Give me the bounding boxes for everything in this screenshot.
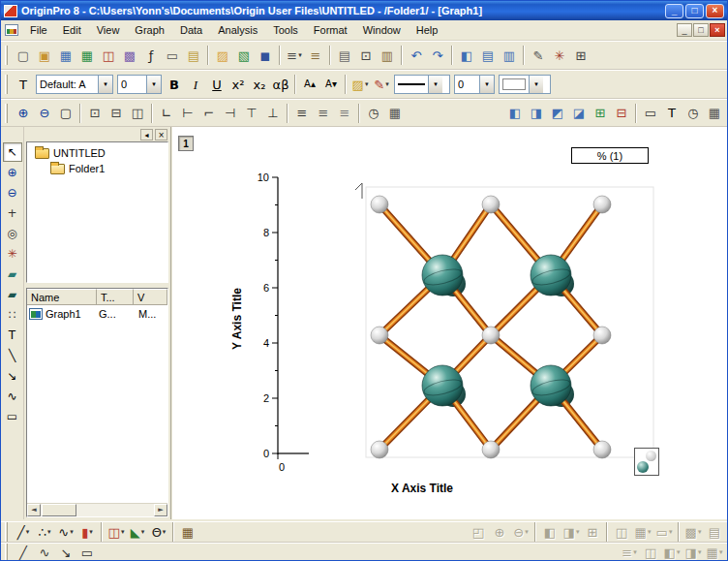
toolbar-grip[interactable] [5, 543, 8, 561]
font-size-dropdown[interactable]: ▾ [146, 76, 161, 93]
zoom-out-axes-button-dropdown[interactable]: ▾ [525, 528, 529, 536]
toolbar-grip[interactable] [5, 46, 8, 65]
align-objects-button[interactable]: ≡▾ [619, 543, 640, 561]
draw-data-tool[interactable]: ∷ [3, 305, 22, 325]
bold-button[interactable]: B [164, 75, 185, 95]
page-view-button[interactable]: ▤ [704, 522, 725, 543]
add-text-button[interactable]: T [661, 103, 682, 123]
new-legend-button[interactable]: ▭ [640, 103, 661, 123]
new-notes-button[interactable]: ▤ [183, 46, 204, 66]
fill-color-button[interactable]: ▨▾ [349, 75, 371, 95]
layer-1-badge[interactable]: 1 [178, 136, 194, 151]
new-function-button[interactable]: ƒ [140, 46, 162, 66]
decrease-font-button[interactable]: A▾ [320, 75, 342, 95]
merge-layers-button[interactable]: ⊞ [590, 103, 611, 123]
y-axis-title[interactable]: Y Axis Title [230, 288, 244, 350]
import-wizard-button[interactable]: ≡▾ [284, 46, 305, 66]
object-grid-button[interactable]: ▦▾ [704, 543, 725, 561]
italic-button[interactable]: I [185, 75, 206, 95]
show-frame-button[interactable]: ⊤ [241, 103, 262, 123]
scroll-left-button[interactable]: ◄ [27, 504, 41, 516]
show-top-axis-button[interactable]: ⌐ [198, 103, 220, 123]
whole-page-button[interactable]: ▢ [55, 103, 76, 123]
line-plot-button-dropdown[interactable]: ▾ [26, 528, 30, 536]
insert-object-button[interactable]: ▭▾ [653, 522, 675, 543]
line-width-combo[interactable]: 0 ▾ [454, 75, 495, 94]
column-name[interactable]: Name [27, 289, 97, 305]
line-tool[interactable]: ╲ [3, 346, 22, 365]
date-time-button[interactable]: ◷ [682, 103, 704, 123]
fill-pattern-combo[interactable]: ▾ [499, 75, 551, 94]
draw-arrow-button[interactable]: ↘ [55, 543, 76, 561]
child-close-button[interactable]: × [710, 23, 725, 37]
insert-object-button-dropdown[interactable]: ▾ [669, 528, 673, 536]
area-plot-button[interactable]: ◣▾ [127, 522, 148, 543]
polar-plot-button-dropdown[interactable]: ▾ [163, 528, 167, 536]
object-grid-button-dropdown[interactable]: ▾ [719, 548, 723, 556]
arrow-tool[interactable]: ↘ [3, 366, 22, 386]
scatter-plot-button[interactable]: ∴▾ [34, 522, 55, 543]
column-plot-button-dropdown[interactable]: ▾ [89, 528, 93, 536]
draw-rectangle-button[interactable]: ▭ [76, 543, 98, 561]
scrollbar-thumb[interactable] [42, 504, 76, 516]
minimize-button[interactable]: _ [665, 4, 683, 18]
toolbar-grip[interactable] [5, 104, 8, 123]
column-view[interactable]: V [134, 289, 167, 305]
tile-horizontal-button[interactable]: ⊟ [106, 103, 127, 123]
line-color-button-dropdown[interactable]: ▾ [385, 80, 389, 88]
add-right-y-layer-button[interactable]: ◨ [526, 103, 547, 123]
font-size-combo[interactable]: 0 ▾ [117, 75, 162, 94]
bring-front-button[interactable]: ◧▾ [661, 543, 682, 561]
maximize-button[interactable]: □ [685, 4, 704, 18]
zoom-out-axes-button[interactable]: ⊖▾ [510, 522, 531, 543]
line-style-dropdown[interactable]: ▾ [428, 76, 442, 93]
send-back-button-dropdown[interactable]: ▾ [698, 548, 702, 556]
paste-button[interactable]: ▥ [377, 46, 398, 66]
list-item-graph1[interactable]: Graph1 G... M... [27, 305, 167, 323]
arrange-layers-button-dropdown[interactable]: ▾ [576, 528, 580, 536]
show-right-axis-button[interactable]: ⊣ [220, 103, 241, 123]
line-symbol-plot-button[interactable]: ∿▾ [55, 522, 76, 543]
bring-front-button-dropdown[interactable]: ▾ [677, 548, 681, 556]
zoom-out-tool[interactable]: ⊖ [3, 183, 22, 203]
template-library-button[interactable]: ▦ [177, 522, 198, 543]
line-color-button[interactable]: ✎▾ [371, 75, 392, 95]
tree-item-folder1[interactable]: Folder1 [27, 161, 167, 176]
line-plot-button[interactable]: ╱▾ [13, 522, 34, 543]
line-symbol-plot-button-dropdown[interactable]: ▾ [70, 528, 74, 536]
font-combo-dropdown[interactable]: ▾ [98, 76, 112, 93]
pan-tool[interactable]: + [3, 203, 22, 223]
data-selector-tool[interactable]: ▰ [3, 265, 22, 284]
print-button[interactable]: ▤ [334, 46, 355, 66]
new-folder-button[interactable]: ▣ [34, 46, 55, 66]
scatter-plot-button-dropdown[interactable]: ▾ [47, 528, 51, 536]
atom-style-box[interactable] [634, 448, 659, 476]
pe-dock-button[interactable]: ◂ [140, 129, 153, 140]
toolbar-grip[interactable] [5, 522, 8, 542]
align-left-button[interactable]: ≡ [291, 103, 313, 123]
pe-horizontal-scrollbar[interactable]: ◄ ► [27, 503, 167, 516]
import-wizard-button-dropdown[interactable]: ▾ [298, 51, 302, 59]
send-back-button[interactable]: ◨▾ [682, 543, 704, 561]
multi-curve-plot-button-dropdown[interactable]: ▾ [121, 528, 125, 536]
add-layer-button[interactable]: ◧ [504, 103, 526, 123]
show-grid-button[interactable]: ⊥ [262, 103, 284, 123]
subscript-button[interactable]: x₂ [249, 75, 270, 95]
draw-line-button[interactable]: ╱ [13, 543, 34, 561]
align-objects-button-dropdown[interactable]: ▾ [633, 548, 637, 556]
group-objects-button[interactable]: ◫ [640, 543, 661, 561]
pe-close-button[interactable]: × [155, 129, 167, 140]
project-explorer-button[interactable]: ◧ [456, 46, 477, 66]
zoom-in-axes-button[interactable]: ⊕ [489, 522, 510, 543]
link-table-button[interactable]: ▦ [704, 103, 725, 123]
tree-item-untitled[interactable]: UNTITLED [27, 145, 167, 161]
superscript-button[interactable]: x² [228, 75, 249, 95]
fit-page-button[interactable]: ⊞ [582, 522, 603, 543]
data-reader-tool[interactable]: ✳ [3, 244, 22, 264]
date-grid-button[interactable]: ▦ [384, 103, 406, 123]
script-window-button[interactable]: ▥ [499, 46, 520, 66]
import-ascii-button[interactable]: ≡ [305, 46, 326, 66]
align-right-button[interactable]: ≡ [334, 103, 355, 123]
snap-to-grid-button[interactable]: ▩▾ [682, 522, 704, 543]
zoom-in-tool[interactable]: ⊕ [3, 163, 22, 182]
